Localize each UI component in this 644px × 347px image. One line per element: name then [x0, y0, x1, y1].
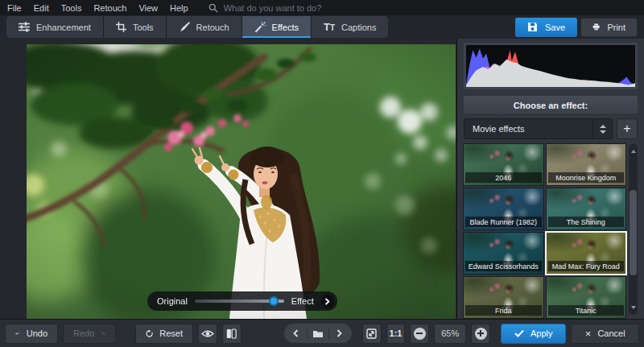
photo	[27, 44, 456, 319]
tab-captions[interactable]: TT Captions	[312, 16, 388, 38]
effect-name-label: Titanic	[548, 305, 625, 316]
compare-thumb[interactable]	[269, 296, 279, 306]
split-view-icon	[226, 328, 237, 339]
menu-items: FileEditToolsRetouchViewHelp	[7, 3, 188, 13]
zoom-out-button[interactable]	[410, 324, 429, 344]
scroll-down-button[interactable]	[629, 302, 638, 313]
tab-label: Enhancement	[36, 23, 91, 32]
menu-item-tools[interactable]: Tools	[61, 3, 82, 13]
choose-effect-header: Choose an effect:	[464, 96, 638, 114]
undo-icon	[15, 329, 20, 338]
open-folder-button[interactable]	[311, 324, 325, 342]
reset-icon	[146, 328, 153, 339]
zoom-level-value: 65%	[434, 324, 466, 344]
add-effect-button[interactable]: +	[617, 118, 638, 139]
effects-scrollbar[interactable]	[629, 144, 638, 315]
search-placeholder: What do you want to do?	[224, 3, 322, 13]
effect-thumbnail[interactable]: Blade Runner (1982)	[464, 188, 543, 229]
cancel-button[interactable]: × Cancel	[571, 324, 639, 344]
plus-icon	[475, 328, 487, 340]
zoom-in-button[interactable]	[471, 324, 490, 344]
undo-label: Undo	[27, 328, 47, 338]
show-original-button[interactable]	[198, 324, 217, 344]
histogram-frame	[464, 43, 638, 89]
tab-retouch[interactable]: Retouch	[167, 16, 242, 38]
caret-down-icon	[600, 130, 606, 134]
redo-icon	[101, 329, 105, 338]
tab-bar: Enhancement Tools Retouch Effects TT Cap…	[0, 15, 644, 39]
undo-button[interactable]: Undo	[5, 324, 58, 344]
effect-thumbnail[interactable]: Frida	[464, 277, 543, 318]
save-label: Save	[545, 23, 565, 32]
effect-name-label: Blade Runner (1982)	[465, 217, 542, 227]
menu-bar: FileEditToolsRetouchViewHelp What do you…	[0, 0, 644, 15]
tab-tools[interactable]: Tools	[104, 16, 166, 38]
menu-item-file[interactable]: File	[7, 3, 22, 13]
scroll-up-button[interactable]	[629, 146, 638, 157]
print-icon	[592, 22, 600, 32]
check-icon	[514, 329, 524, 337]
tab-label: Effects	[272, 23, 299, 32]
effect-category-dropdown[interactable]: Movie effects	[464, 118, 613, 139]
eye-icon	[201, 329, 214, 338]
reset-button[interactable]: Reset	[135, 324, 193, 344]
redo-button[interactable]: Redo	[63, 324, 116, 344]
main-area: Original Effect Choose an effect: Movie …	[0, 39, 644, 319]
next-effect-button[interactable]	[321, 295, 334, 308]
search-input[interactable]: What do you want to do?	[208, 3, 322, 13]
effect-name-label: 2046	[465, 172, 542, 183]
effects-grid: 2046Moonrise KingdomBlade Runner (1982)T…	[464, 144, 625, 315]
histogram	[466, 45, 635, 87]
menu-item-edit[interactable]: Edit	[34, 3, 49, 13]
previous-photo-button[interactable]	[289, 324, 303, 342]
compare-track[interactable]	[195, 299, 284, 303]
before-after-view-button[interactable]	[222, 324, 242, 344]
effect-thumbnail[interactable]: Edward Scissorhands	[464, 233, 543, 274]
sliders-icon	[19, 22, 30, 32]
effect-category-value: Movie effects	[473, 124, 525, 134]
search-icon	[208, 3, 218, 13]
tab-label: Captions	[341, 23, 376, 32]
effect-thumbnail[interactable]: Titanic	[547, 277, 626, 318]
chevron-right-icon	[324, 298, 330, 305]
chevron-left-icon	[293, 329, 299, 337]
effect-thumbnail[interactable]: Moonrise Kingdom	[547, 144, 626, 185]
tab-effects[interactable]: Effects	[242, 16, 311, 38]
effect-thumbnail[interactable]: Mad Max: Fury Road	[547, 233, 626, 274]
minus-icon	[414, 328, 426, 340]
reset-label: Reset	[159, 328, 183, 338]
next-photo-button[interactable]	[332, 324, 347, 342]
menu-item-retouch[interactable]: Retouch	[93, 3, 126, 13]
effect-thumbnail[interactable]: The Shining	[547, 188, 626, 229]
magic-wand-icon	[254, 22, 266, 33]
folder-icon	[312, 329, 324, 338]
effect-name-label: Moonrise Kingdom	[548, 172, 625, 183]
compare-effect-label: Effect	[291, 296, 314, 306]
chevron-right-icon	[336, 329, 342, 337]
menu-item-view[interactable]: View	[138, 3, 158, 13]
close-icon: ×	[585, 328, 592, 340]
fit-screen-icon	[366, 328, 377, 339]
print-button[interactable]: Print	[580, 18, 638, 37]
tab-enhancement[interactable]: Enhancement	[6, 16, 103, 38]
scrollbar-thumb[interactable]	[630, 190, 637, 275]
brush-icon	[179, 22, 190, 32]
fit-to-screen-button[interactable]	[362, 324, 382, 344]
tab-label: Retouch	[196, 23, 229, 32]
actual-size-button[interactable]: 1:1	[386, 324, 406, 344]
photo-canvas: Original Effect	[0, 39, 456, 319]
effect-thumbnail[interactable]: 2046	[464, 144, 543, 185]
save-button[interactable]: Save	[515, 18, 577, 37]
effect-name-label: The Shining	[548, 217, 625, 227]
redo-label: Redo	[73, 328, 94, 338]
crop-icon	[116, 22, 126, 32]
effect-name-label: Frida	[465, 305, 542, 316]
compare-original-label: Original	[157, 296, 188, 306]
dropdown-spinner[interactable]	[592, 119, 612, 138]
apply-button[interactable]: Apply	[501, 324, 566, 344]
cancel-label: Cancel	[597, 328, 625, 338]
caret-up-icon	[600, 125, 606, 128]
menu-item-help[interactable]: Help	[170, 3, 188, 13]
compare-slider: Original Effect	[147, 291, 337, 311]
histogram-svg	[466, 45, 635, 87]
